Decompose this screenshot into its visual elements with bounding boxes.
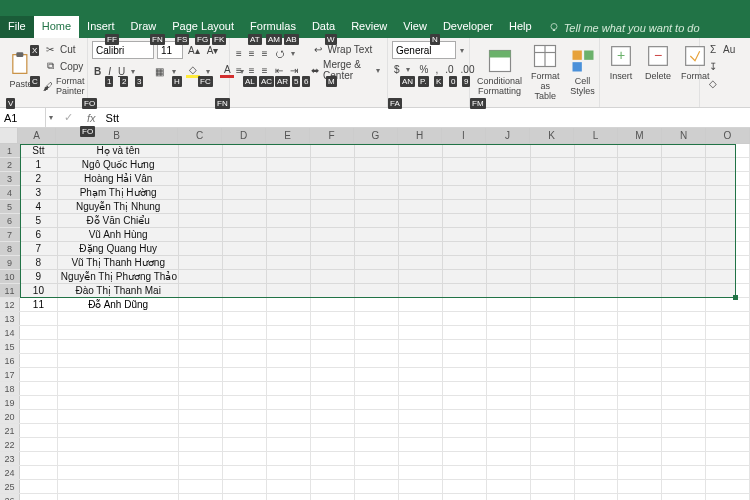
cell[interactable]	[487, 158, 531, 171]
cell[interactable]	[58, 452, 180, 465]
cell[interactable]	[618, 382, 662, 395]
cell-styles-button[interactable]: Cell Styles	[566, 46, 600, 97]
cell[interactable]	[179, 368, 223, 381]
row-header[interactable]: 9	[0, 256, 20, 269]
cell[interactable]	[706, 214, 750, 227]
cell[interactable]	[399, 200, 443, 213]
row-header[interactable]: 5	[0, 200, 20, 213]
cell[interactable]	[20, 466, 58, 479]
cell[interactable]: 9	[20, 270, 58, 283]
cell[interactable]	[706, 466, 750, 479]
tell-me[interactable]: Tell me what you want to do	[540, 16, 708, 38]
col-header-C[interactable]: C	[178, 128, 222, 143]
row-header[interactable]: 10	[0, 270, 20, 283]
cell[interactable]	[20, 410, 58, 423]
cell[interactable]	[311, 368, 355, 381]
cell[interactable]	[399, 452, 443, 465]
cell[interactable]	[443, 298, 487, 311]
cell[interactable]	[487, 242, 531, 255]
cell[interactable]	[662, 284, 706, 297]
cell[interactable]	[575, 284, 619, 297]
cell[interactable]: 6	[20, 228, 58, 241]
cell[interactable]	[662, 186, 706, 199]
cell[interactable]	[575, 410, 619, 423]
tab-data[interactable]: Data	[304, 16, 343, 38]
cell[interactable]	[487, 298, 531, 311]
cell[interactable]	[531, 144, 575, 157]
cell[interactable]	[179, 354, 223, 367]
cell[interactable]	[662, 242, 706, 255]
cell[interactable]: 2	[20, 172, 58, 185]
cell[interactable]	[531, 382, 575, 395]
cell[interactable]	[223, 200, 267, 213]
cell[interactable]	[531, 466, 575, 479]
cell[interactable]	[443, 340, 487, 353]
cell[interactable]	[706, 270, 750, 283]
cell[interactable]	[179, 144, 223, 157]
cell[interactable]	[662, 256, 706, 269]
percent-button[interactable]: %	[418, 63, 431, 76]
cell[interactable]	[706, 410, 750, 423]
cell[interactable]	[223, 494, 267, 500]
cell[interactable]	[487, 214, 531, 227]
cell[interactable]	[58, 354, 180, 367]
cell[interactable]	[267, 256, 311, 269]
cell[interactable]	[311, 256, 355, 269]
cell[interactable]	[487, 256, 531, 269]
worksheet[interactable]: ABCDEFGHIJKLMNO 1SttHọ và tên21Ngô Quốc …	[0, 128, 750, 500]
cell[interactable]	[179, 438, 223, 451]
cell[interactable]	[443, 200, 487, 213]
cell[interactable]: 7	[20, 242, 58, 255]
cell[interactable]	[355, 256, 399, 269]
cell[interactable]	[575, 438, 619, 451]
cell[interactable]	[179, 494, 223, 500]
cell[interactable]: Đặng Quang Huy	[58, 242, 180, 255]
row-header[interactable]: 20	[0, 410, 20, 423]
cell[interactable]	[267, 410, 311, 423]
cell[interactable]	[179, 410, 223, 423]
cell[interactable]	[443, 326, 487, 339]
cell[interactable]	[399, 438, 443, 451]
cell[interactable]	[399, 396, 443, 409]
cell[interactable]	[20, 326, 58, 339]
cell[interactable]	[662, 312, 706, 325]
cell[interactable]	[443, 284, 487, 297]
col-header-M[interactable]: M	[618, 128, 662, 143]
cell[interactable]	[575, 326, 619, 339]
row-header[interactable]: 6	[0, 214, 20, 227]
cell[interactable]	[487, 368, 531, 381]
increase-font-button[interactable]: A▴	[186, 44, 202, 57]
cell[interactable]	[662, 396, 706, 409]
cell[interactable]	[267, 158, 311, 171]
cell[interactable]	[267, 466, 311, 479]
comma-button[interactable]: ,	[433, 63, 440, 76]
cell[interactable]	[311, 396, 355, 409]
cell[interactable]	[443, 172, 487, 185]
cell[interactable]	[575, 340, 619, 353]
cell[interactable]	[575, 494, 619, 500]
cell[interactable]	[618, 186, 662, 199]
cell[interactable]	[267, 144, 311, 157]
cell[interactable]	[355, 452, 399, 465]
insert-cells-button[interactable]: +Insert	[604, 41, 638, 82]
cell[interactable]	[58, 368, 180, 381]
row-header[interactable]: 4	[0, 186, 20, 199]
cell[interactable]	[662, 326, 706, 339]
cell[interactable]	[662, 340, 706, 353]
cell[interactable]	[443, 270, 487, 283]
cell[interactable]	[575, 396, 619, 409]
cell[interactable]	[20, 368, 58, 381]
cell[interactable]	[575, 466, 619, 479]
col-header-E[interactable]: E	[266, 128, 310, 143]
tab-file[interactable]: File	[0, 16, 34, 38]
cell[interactable]	[179, 284, 223, 297]
cell[interactable]	[223, 438, 267, 451]
cell[interactable]	[399, 214, 443, 227]
cell[interactable]: Stt	[20, 144, 58, 157]
cell[interactable]	[355, 200, 399, 213]
col-header-D[interactable]: D	[222, 128, 266, 143]
cell[interactable]	[618, 284, 662, 297]
cell[interactable]	[267, 284, 311, 297]
cell[interactable]	[531, 480, 575, 493]
cell[interactable]	[662, 466, 706, 479]
